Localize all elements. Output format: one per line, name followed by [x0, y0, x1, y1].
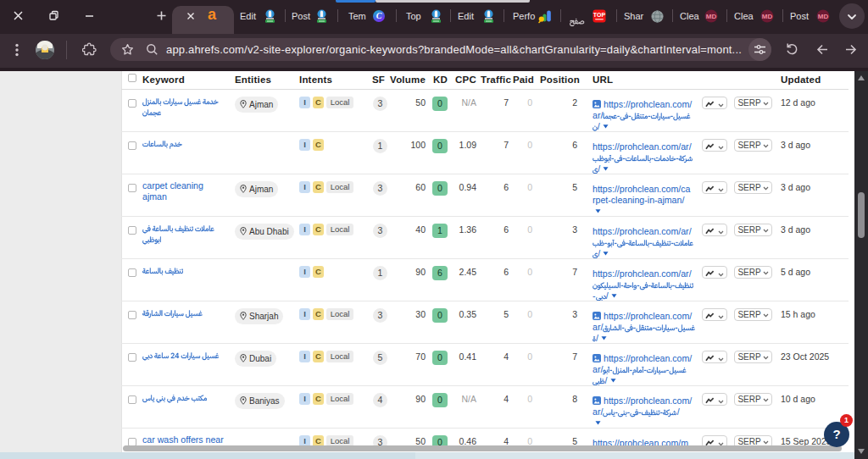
svg-text:C: C: [376, 11, 382, 20]
svg-text:MD: MD: [706, 13, 717, 20]
svg-text:MD: MD: [762, 13, 773, 20]
svg-text:TOP: TOP: [593, 12, 606, 18]
svg-text:MD: MD: [818, 13, 829, 20]
